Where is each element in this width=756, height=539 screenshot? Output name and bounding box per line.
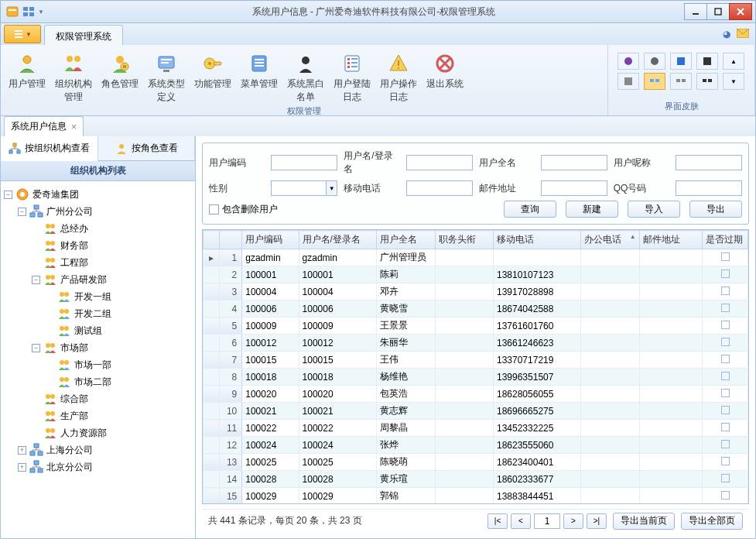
tree-node[interactable]: 综合部 [4, 390, 192, 407]
skin-scroll-down[interactable]: ▼ [723, 73, 744, 90]
tree-node[interactable]: −广州分公司 [4, 203, 192, 220]
prev-page-button[interactable]: < [511, 513, 531, 529]
tree-toggle-icon[interactable]: + [18, 463, 26, 472]
ribbon-systype-button[interactable]: 系统类型定义 [145, 48, 188, 104]
checkbox-icon[interactable] [721, 252, 730, 261]
checkbox-icon[interactable] [721, 389, 730, 397]
skin-swatch[interactable] [696, 53, 718, 70]
ribbon-oplog-button[interactable]: 用户操作日志 [377, 48, 420, 104]
minimize-button[interactable] [684, 3, 707, 20]
table-row[interactable]: 15100029100029郭锦13883844451 [204, 488, 748, 504]
table-row[interactable]: 2100001100001陈莉13810107123 [204, 266, 748, 283]
close-button[interactable] [729, 3, 752, 20]
export-button[interactable]: 导出 [689, 201, 742, 218]
help-icon[interactable]: ◕ [723, 29, 730, 39]
ribbon-bw-button[interactable]: 系统黑白名单 [284, 48, 327, 104]
new-button[interactable]: 新建 [566, 201, 618, 218]
table-row[interactable]: 13100025100025陈晓萌18623400401 [204, 454, 748, 471]
table-row[interactable]: 10100021100021黄志辉18696665275 [204, 403, 748, 420]
ribbon-func-button[interactable]: 功能管理 [191, 48, 234, 104]
col-expired[interactable]: 是否过期 [703, 231, 748, 249]
table-row[interactable]: 6100012100012朱丽华13661246623 [204, 335, 748, 352]
input-code[interactable] [271, 155, 337, 170]
ribbon-user-button[interactable]: 用户管理 [5, 48, 49, 104]
input-gender[interactable] [271, 180, 327, 196]
ribbon-menu-button[interactable]: 菜单管理 [238, 48, 281, 104]
skin-swatch[interactable] [617, 73, 639, 90]
tree-toggle-icon[interactable]: + [18, 446, 26, 455]
page-input[interactable] [534, 513, 560, 529]
tree-node[interactable]: 工程部 [4, 254, 192, 271]
tab-by-role[interactable]: 按角色查看 [98, 136, 196, 160]
skin-swatch[interactable] [670, 53, 692, 70]
tab-by-org[interactable]: 按组织机构查看 [1, 136, 98, 161]
ribbon-tab[interactable]: 权限管理系统 [44, 25, 123, 45]
tree-node[interactable]: 市场二部 [4, 373, 192, 390]
checkbox-icon[interactable] [721, 423, 730, 431]
table-row[interactable]: 9100020100020包英浩18628056055 [204, 386, 748, 403]
tree-node[interactable]: 人力资源部 [4, 424, 192, 441]
tree-node[interactable]: 开发二组 [4, 305, 192, 322]
checkbox-include-deleted[interactable]: 包含删除用户 [209, 203, 278, 216]
col-mobile[interactable]: 移动电话 [494, 231, 581, 249]
table-row[interactable]: 7100015100015王伟13370717219 [204, 352, 748, 369]
document-tab[interactable]: 系统用户信息 × [4, 116, 84, 136]
export-all-button[interactable]: 导出全部页 [681, 513, 743, 530]
mail-icon[interactable] [737, 29, 749, 40]
tree-node[interactable]: 生产部 [4, 407, 192, 424]
checkbox-icon[interactable] [721, 440, 730, 448]
table-row[interactable]: 11100022100022周黎晶13452332225 [204, 420, 748, 437]
checkbox-icon[interactable] [721, 372, 730, 380]
table-row[interactable]: 14100028100028黄乐瑄18602333677 [204, 471, 748, 488]
tree-node[interactable]: 开发一组 [4, 288, 192, 305]
tree-toggle-icon[interactable]: − [4, 191, 12, 199]
close-tab-icon[interactable]: × [71, 122, 77, 132]
ribbon-org-button[interactable]: 组织机构管理 [52, 48, 95, 104]
input-login[interactable] [406, 155, 473, 170]
skin-scroll-up[interactable]: ▲ [723, 53, 744, 70]
checkbox-icon[interactable] [721, 304, 730, 312]
export-page-button[interactable]: 导出当前页 [613, 513, 675, 530]
tree-node[interactable]: 财务部 [4, 237, 192, 254]
import-button[interactable]: 导入 [628, 201, 680, 218]
query-button[interactable]: 查询 [504, 201, 556, 218]
table-row[interactable]: 4100006100006黄晓雪18674042588 [204, 300, 748, 318]
col-title[interactable]: 职务头衔 [435, 231, 493, 249]
maximize-button[interactable] [706, 3, 730, 20]
checkbox-icon[interactable] [721, 287, 730, 295]
tree-node[interactable]: −产品研发部 [4, 271, 192, 288]
skin-swatch-selected[interactable] [644, 73, 665, 90]
input-nick[interactable] [676, 155, 742, 170]
input-mobile[interactable] [406, 180, 473, 196]
tree-toggle-icon[interactable]: − [32, 276, 40, 284]
tree-node[interactable]: +上海分公司 [4, 441, 192, 458]
skin-swatch[interactable] [617, 53, 639, 70]
col-email[interactable]: 邮件地址 [639, 231, 703, 249]
tree-node[interactable]: 总经办 [4, 220, 192, 237]
tree-node[interactable]: −市场部 [4, 339, 192, 356]
input-qq[interactable] [676, 180, 742, 196]
input-email[interactable] [541, 180, 607, 196]
col-login[interactable]: 用户名/登录名 [299, 231, 377, 249]
file-menu-button[interactable]: ▼ [4, 25, 41, 43]
qat-icon[interactable] [22, 5, 35, 18]
tree-node[interactable]: −爱奇迪集团 [4, 186, 192, 203]
qat-dropdown-icon[interactable]: ▼ [38, 9, 44, 15]
table-row[interactable]: 12100024100024张烨18623555060 [204, 437, 748, 454]
tree-node[interactable]: 市场一部 [4, 356, 192, 373]
gender-dropdown-icon[interactable]: ▼ [327, 180, 337, 196]
checkbox-icon[interactable] [721, 406, 730, 414]
skin-swatch[interactable] [696, 73, 718, 90]
table-row[interactable]: ▸1gzadmingzadmin广州管理员 [204, 249, 748, 266]
skin-swatch[interactable] [644, 53, 665, 70]
col-fullname[interactable]: 用户全名 [377, 231, 435, 249]
tree-toggle-icon[interactable]: − [32, 344, 40, 352]
next-page-button[interactable]: > [563, 513, 583, 529]
ribbon-role-button[interactable]: 角色管理 [98, 48, 142, 104]
last-page-button[interactable]: >| [587, 513, 607, 529]
ribbon-loginlog-button[interactable]: 用户登陆日志 [330, 48, 374, 104]
checkbox-icon[interactable] [721, 270, 730, 278]
ribbon-exit-button[interactable]: 退出系统 [423, 48, 467, 104]
table-row[interactable]: 3100004100004邓卉13917028898 [204, 283, 748, 300]
tree-node[interactable]: 测试组 [4, 322, 192, 339]
